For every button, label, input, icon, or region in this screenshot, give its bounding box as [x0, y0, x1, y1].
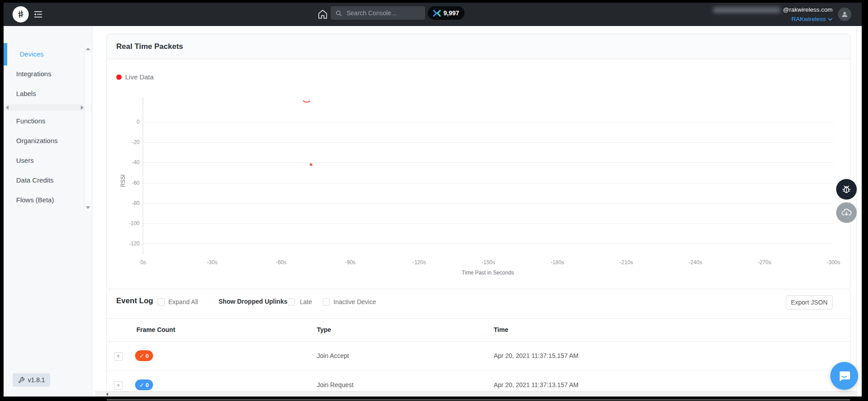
cell-time: Apr 20, 2021 11:37:15.157 AM: [494, 352, 579, 359]
gridline: [143, 183, 833, 183]
y-tick-label: -100: [122, 220, 140, 227]
chat-icon: [837, 369, 851, 383]
version-label: v1.8.1: [28, 376, 45, 384]
bug-icon: [841, 184, 852, 195]
late-checkbox[interactable]: [288, 298, 295, 305]
scroll-down-arrow-icon[interactable]: [86, 206, 90, 209]
account-email-domain: @rakwireless.com: [783, 6, 833, 14]
avatar[interactable]: [838, 8, 851, 21]
table-row: +✓0Join AcceptApr 20, 2021 11:37:15.157 …: [107, 341, 850, 371]
row-expand-button[interactable]: +: [114, 352, 123, 361]
redacted-username: [713, 7, 780, 13]
chat-launcher-button[interactable]: [830, 362, 858, 390]
chart-legend: Live Data: [116, 73, 153, 81]
gridline: [143, 223, 833, 224]
x-tick-label: -270s: [750, 259, 779, 266]
scroll-left-arrow-icon[interactable]: [6, 105, 9, 110]
scroll-right-arrow-icon[interactable]: [81, 105, 83, 110]
check-icon: ✓: [139, 353, 144, 359]
expand-all-label: Expand All: [168, 298, 198, 305]
gridline: [143, 122, 833, 122]
app-version-badge[interactable]: v1.8.1: [13, 373, 50, 387]
chevron-down-icon: [828, 18, 833, 21]
x-tick-label: -90s: [336, 259, 364, 266]
sidebar-item-devices[interactable]: Devices: [4, 44, 92, 64]
card-header: Real Time Packets: [107, 34, 850, 59]
helium-logo[interactable]: #: [13, 6, 29, 22]
late-label: Late: [300, 298, 312, 305]
x-tick-label: -300s: [819, 259, 848, 266]
x-tick-label: -150s: [474, 259, 503, 266]
cloud-download-icon: [841, 207, 852, 218]
data-credits-icon: [433, 10, 441, 17]
home-icon[interactable]: [317, 9, 329, 20]
sidebar-item-organizations[interactable]: Organizations: [4, 131, 92, 151]
y-tick-label: -20: [122, 139, 140, 145]
debug-button[interactable]: [836, 179, 857, 200]
top-bar: # 9,997 @rakwireless.com RAKwireless: [4, 3, 862, 26]
user-icon: [841, 10, 849, 18]
page-title: Real Time Packets: [116, 42, 183, 51]
sidebar-item-functions[interactable]: Functions: [4, 111, 92, 131]
main-content: Real Time Packets Live Data RSSI 0-20-40…: [92, 26, 862, 397]
organization-name[interactable]: RAKwireless: [791, 15, 826, 23]
search-bar[interactable]: [331, 6, 425, 20]
y-tick-label: 0: [122, 119, 140, 125]
check-icon: ✓: [139, 382, 144, 388]
sidebar: DevicesIntegrationsLabelsFunctionsOrgani…: [4, 26, 92, 397]
horizontal-scrollbar[interactable]: [95, 391, 856, 397]
event-log-table: Frame Count Type Time +✓0Join AcceptApr …: [107, 318, 850, 397]
row-expand-button[interactable]: +: [114, 381, 123, 390]
legend-label: Live Data: [125, 73, 153, 81]
x-tick-label: -180s: [543, 259, 572, 266]
account-info[interactable]: @rakwireless.com RAKwireless: [713, 6, 833, 23]
y-tick-label: -120: [122, 240, 140, 247]
column-frame-count: Frame Count: [136, 326, 175, 333]
vertical-scrollbar[interactable]: [856, 26, 862, 397]
sidebar-item-labels[interactable]: Labels: [4, 84, 92, 104]
y-tick-label: -80: [122, 200, 140, 206]
frame-count-value: 0: [145, 382, 149, 388]
show-dropped-uplinks-label: Show Dropped Uplinks:: [219, 298, 289, 305]
data-credits-balance[interactable]: 9,997: [428, 6, 465, 20]
search-input[interactable]: [346, 9, 419, 17]
dc-balance-value: 9,997: [443, 9, 459, 17]
y-tick-label: -40: [122, 159, 140, 166]
cloud-download-button[interactable]: [836, 202, 857, 223]
inactive-device-checkbox[interactable]: [323, 298, 330, 305]
scroll-left-arrow-icon[interactable]: [106, 392, 108, 396]
column-time: Time: [494, 326, 508, 333]
gridline: [143, 162, 833, 163]
gridline: [143, 142, 833, 143]
x-tick-label: -240s: [681, 259, 710, 266]
x-tick-label: -210s: [612, 259, 641, 266]
x-tick-label: -30s: [198, 259, 227, 266]
sidebar-horizontal-scrollbar[interactable]: [4, 105, 92, 111]
cell-type: Join Accept: [317, 352, 349, 359]
cell-time: Apr 20, 2021 11:37:13.157 AM: [494, 381, 579, 388]
export-json-button[interactable]: Export JSON: [786, 295, 833, 309]
x-tick-label: 0s: [129, 259, 158, 266]
expand-all-checkbox[interactable]: [158, 298, 165, 305]
wrench-icon: [18, 377, 25, 384]
x-axis-label: Time Past in Seconds: [443, 270, 533, 276]
gridline: [143, 244, 833, 244]
cell-type: Join Request: [317, 381, 354, 388]
x-tick-label: -60s: [267, 259, 296, 266]
gridline: [143, 203, 833, 204]
sidebar-vertical-scrollbar[interactable]: [84, 46, 91, 211]
data-point-dot: [310, 163, 312, 166]
scroll-up-arrow-icon[interactable]: [86, 48, 90, 50]
frame-count-badge: ✓0: [135, 379, 153, 390]
x-tick-label: -120s: [405, 259, 434, 266]
collapse-sidebar-icon[interactable]: [33, 9, 43, 21]
sidebar-item-users[interactable]: Users: [4, 151, 92, 170]
event-log-panel: Event Log Expand All Show Dropped Uplink…: [106, 289, 850, 397]
sidebar-item-integrations[interactable]: Integrations: [4, 64, 92, 84]
inactive-device-label: Inactive Device: [333, 298, 376, 305]
data-point-dash: [303, 98, 310, 102]
frame-count-badge: ✓0: [135, 350, 153, 361]
event-log-title: Event Log: [116, 296, 153, 305]
sidebar-item-flows-beta-[interactable]: Flows (Beta): [4, 190, 92, 210]
sidebar-item-data-credits[interactable]: Data Credits: [4, 170, 92, 190]
